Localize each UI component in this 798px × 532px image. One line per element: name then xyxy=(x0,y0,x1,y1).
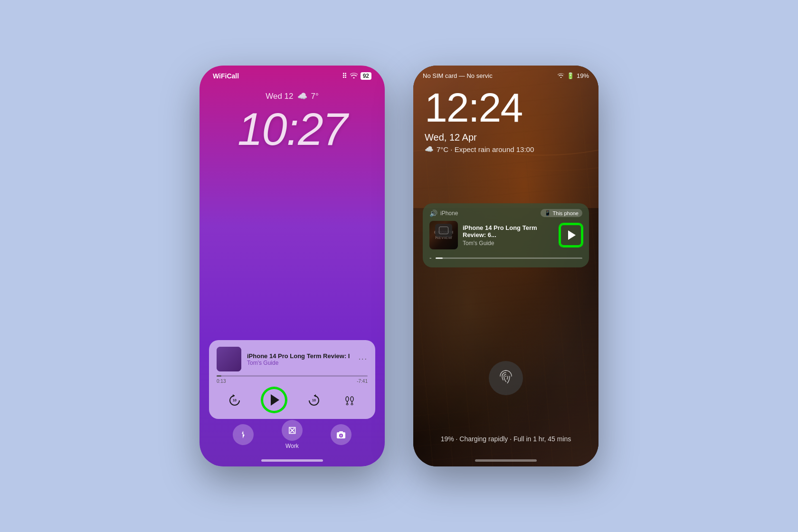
left-date-text: Wed 12 xyxy=(266,92,293,101)
elapsed-time: 0:13 xyxy=(217,379,226,384)
left-status-right: ⠿ 92 xyxy=(342,72,371,80)
svg-point-10 xyxy=(340,435,342,437)
skip-forward-button[interactable]: 10 xyxy=(305,391,323,408)
right-date: Wed, 12 Apr xyxy=(413,132,598,143)
right-phone: No SIM card — No servic 🔋 19% 12:24 Wed,… xyxy=(413,66,598,466)
svg-text:10: 10 xyxy=(233,399,237,402)
left-status-bar: WiFiCall ⠿ 92 xyxy=(200,66,385,80)
media-controls: 10 10 xyxy=(217,388,368,412)
media-title: iPhone 14 Pro Long Term Review: I xyxy=(247,352,353,360)
notif-channel: Tom's Guide xyxy=(463,240,555,247)
progress-times: 0:13 -7:41 xyxy=(217,379,368,384)
battery-badge: 92 xyxy=(361,72,371,80)
wifi-icon xyxy=(350,72,358,80)
weather-text: 7°C · Expect rain around 13:00 xyxy=(437,145,534,153)
right-status-right: 🔋 19% xyxy=(558,72,589,79)
remaining-time: -7:41 xyxy=(357,379,368,384)
progress-bar-container[interactable] xyxy=(217,375,368,377)
fingerprint-area[interactable] xyxy=(489,361,523,395)
notif-progress-bar[interactable]: - xyxy=(429,254,582,262)
work-icon: ⊠ xyxy=(282,420,303,441)
notif-device-badge: 📱 This phone xyxy=(541,209,582,217)
media-artist: Tom's Guide xyxy=(247,360,353,366)
notif-play-button[interactable] xyxy=(560,224,582,247)
charging-info: 19% · Charging rapidly · Full in 1 hr, 4… xyxy=(413,435,598,443)
left-home-indicator xyxy=(261,459,323,462)
media-thumbnail xyxy=(217,347,241,371)
device-badge-label: This phone xyxy=(553,210,579,216)
signal-icon: ⠿ xyxy=(342,72,347,80)
notif-main-row: 6 MONTH REVIEW iPhone 14 Pro Long Term R… xyxy=(429,221,582,249)
notif-thumbnail: 6 MONTH REVIEW xyxy=(429,221,458,249)
svg-point-7 xyxy=(351,404,353,405)
right-status-bar: No SIM card — No servic 🔋 19% xyxy=(413,66,598,79)
speaker-icon: 🔊 xyxy=(429,209,437,217)
video-thumbnail-overlay: 6 MONTH REVIEW xyxy=(429,221,458,249)
battery-percent: 19% xyxy=(577,72,589,79)
svg-rect-11 xyxy=(339,431,343,433)
media-player-widget: iPhone 14 Pro Long Term Review: I Tom's … xyxy=(209,340,375,419)
weather-cloud-icon: ☁️ xyxy=(425,145,434,153)
left-carrier: WiFiCall xyxy=(213,72,239,80)
media-more-button[interactable]: ··· xyxy=(359,355,368,363)
media-notification: 🔊 iPhone 📱 This phone 6 MONTH REVIEW xyxy=(423,203,589,267)
notif-source-label: iPhone xyxy=(440,210,458,217)
notif-top-row: 🔊 iPhone 📱 This phone xyxy=(429,209,582,217)
right-weather: ☁️ 7°C · Expect rain around 13:00 xyxy=(413,145,598,153)
svg-text:10: 10 xyxy=(312,399,316,402)
right-clock: 12:24 xyxy=(413,84,598,131)
shortcut-work[interactable]: ⊠ Work xyxy=(282,420,303,449)
work-label: Work xyxy=(285,443,299,449)
fingerprint-icon xyxy=(496,367,515,390)
phone-small-icon: 📱 xyxy=(544,210,551,216)
media-top-row: iPhone 14 Pro Long Term Review: I Tom's … xyxy=(217,347,368,371)
left-temp: 7° xyxy=(311,92,319,101)
notif-source: 🔊 iPhone xyxy=(429,209,458,217)
svg-point-2 xyxy=(346,397,349,401)
svg-point-5 xyxy=(351,397,353,401)
airpods-button[interactable] xyxy=(341,391,358,408)
right-home-indicator xyxy=(475,459,537,462)
volume-minus-icon: - xyxy=(429,254,432,262)
camera-icon xyxy=(331,424,352,445)
cloud-icon: ☁️ xyxy=(297,91,307,101)
shortcut-camera[interactable] xyxy=(331,424,352,445)
fingerprint-circle xyxy=(489,361,523,395)
progress-bar-fill xyxy=(217,375,221,377)
skip-back-button[interactable]: 10 xyxy=(226,391,243,408)
notif-info: iPhone 14 Pro Long Term Review: 6... Tom… xyxy=(463,224,555,247)
play-triangle-icon xyxy=(568,230,576,240)
notif-volume-row: - xyxy=(429,254,582,262)
shortcut-flashlight[interactable] xyxy=(233,424,254,445)
flashlight-icon xyxy=(233,424,254,445)
play-button[interactable] xyxy=(262,388,286,412)
media-info: iPhone 14 Pro Long Term Review: I Tom's … xyxy=(247,352,353,366)
svg-point-4 xyxy=(346,404,348,405)
left-clock: 10:27 xyxy=(200,103,385,155)
right-carrier: No SIM card — No servic xyxy=(423,72,493,79)
battery-icon: 🔋 xyxy=(567,72,574,79)
left-date-weather: Wed 12 ☁️ 7° xyxy=(200,91,385,101)
left-phone: WiFiCall ⠿ 92 Wed 12 ☁️ 7° 10:27 xyxy=(200,66,385,466)
bottom-shortcuts: ⊠ Work xyxy=(200,420,385,449)
right-wifi-icon xyxy=(558,72,564,79)
progress-bar-bg xyxy=(217,375,368,377)
notif-video-title: iPhone 14 Pro Long Term Review: 6... xyxy=(463,224,555,238)
